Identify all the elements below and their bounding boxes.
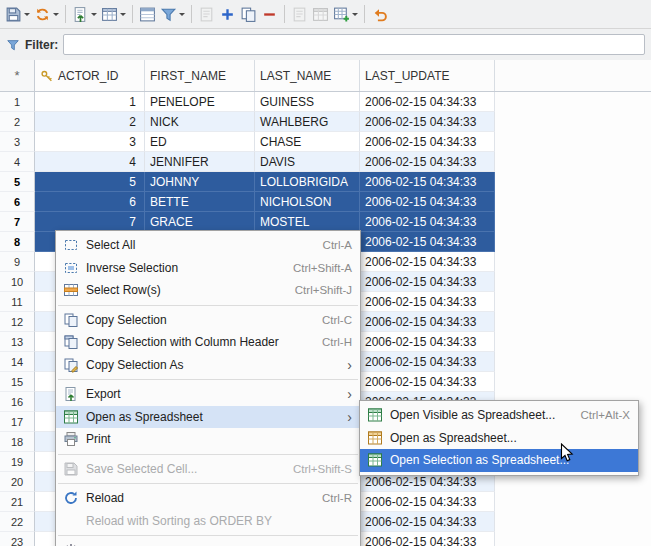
cell-id[interactable]: 4 — [35, 152, 145, 172]
delete-row-button[interactable] — [259, 2, 280, 26]
menu-item-reload[interactable]: ReloadCtrl-R — [56, 487, 360, 510]
table-row[interactable]: 33EDCHASE2006-02-15 04:34:33 — [0, 132, 651, 152]
row-number[interactable]: 11 — [0, 292, 35, 312]
menu-item-inverse-selection[interactable]: Inverse SelectionCtrl+Shift-A — [56, 257, 360, 280]
row-number[interactable]: 10 — [0, 272, 35, 292]
cell-updated[interactable]: 2006-02-15 04:34:33 — [360, 152, 495, 172]
cell-first[interactable]: PENELOPE — [145, 92, 255, 112]
cell-last[interactable]: DAVIS — [255, 152, 360, 172]
row-number[interactable]: 23 — [0, 532, 35, 546]
cell-first[interactable]: NICK — [145, 112, 255, 132]
cell-updated[interactable]: 2006-02-15 04:34:33 — [360, 312, 495, 332]
row-number[interactable]: 22 — [0, 512, 35, 532]
row-number[interactable]: 18 — [0, 432, 35, 452]
cell-id[interactable]: 6 — [35, 192, 145, 212]
cell-updated[interactable]: 2006-02-15 04:34:33 — [360, 352, 495, 372]
cell-updated[interactable]: 2006-02-15 04:34:33 — [360, 112, 495, 132]
cell-first[interactable]: JOHNNY — [145, 172, 255, 192]
row-number[interactable]: 17 — [0, 412, 35, 432]
cell-first[interactable]: GRACE — [145, 212, 255, 232]
cell-updated[interactable]: 2006-02-15 04:34:33 — [360, 532, 495, 546]
grid-view-button[interactable] — [99, 2, 128, 26]
row-number[interactable]: 19 — [0, 452, 35, 472]
row-number[interactable]: 9 — [0, 252, 35, 272]
cell-updated[interactable]: 2006-02-15 04:34:33 — [360, 492, 495, 512]
open-spreadsheet-button[interactable] — [331, 2, 360, 26]
menu-item-print[interactable]: Print — [56, 428, 360, 451]
row-number[interactable]: 6 — [0, 192, 35, 212]
menu-item-copy-selection-as[interactable]: Copy Selection As› — [56, 354, 360, 377]
cell-last[interactable]: WAHLBERG — [255, 112, 360, 132]
cell-updated[interactable]: 2006-02-15 04:34:33 — [360, 252, 495, 272]
cell-updated[interactable]: 2006-02-15 04:34:33 — [360, 272, 495, 292]
row-number[interactable]: 5 — [0, 172, 35, 192]
row-number[interactable]: 12 — [0, 312, 35, 332]
table-row[interactable]: 44JENNIFERDAVIS2006-02-15 04:34:33 — [0, 152, 651, 172]
cell-id[interactable]: 3 — [35, 132, 145, 152]
cell-updated[interactable]: 2006-02-15 04:34:33 — [360, 212, 495, 232]
cell-updated[interactable]: 2006-02-15 04:34:33 — [360, 372, 495, 392]
duplicate-row-button[interactable] — [238, 2, 259, 26]
cell-updated[interactable]: 2006-02-15 04:34:33 — [360, 172, 495, 192]
row-number[interactable]: 20 — [0, 472, 35, 492]
cell-last[interactable]: MOSTEL — [255, 212, 360, 232]
submenu-item-open-as-spreadsheet-file[interactable]: Open as Spreadsheet... — [360, 427, 638, 450]
export-resultset-button[interactable] — [70, 2, 99, 26]
cell-id[interactable]: 5 — [35, 172, 145, 192]
menu-item-select-rows[interactable]: Select Row(s)Ctrl+Shift-J — [56, 279, 360, 302]
cell-updated[interactable]: 2006-02-15 04:34:33 — [360, 92, 495, 112]
cell-updated[interactable]: 2006-02-15 04:34:33 — [360, 512, 495, 532]
menu-item-copy-selection-with-column-header[interactable]: Copy Selection with Column HeaderCtrl-H — [56, 331, 360, 354]
table-row[interactable]: 22NICKWAHLBERG2006-02-15 04:34:33 — [0, 112, 651, 132]
cell-last[interactable]: NICHOLSON — [255, 192, 360, 212]
row-number[interactable]: 4 — [0, 152, 35, 172]
refresh-button[interactable] — [32, 2, 61, 26]
row-number[interactable]: 14 — [0, 352, 35, 372]
column-header-id[interactable]: ACTOR_ID — [35, 60, 145, 91]
menu-item-export[interactable]: Export› — [56, 383, 360, 406]
row-number[interactable]: 15 — [0, 372, 35, 392]
table-row[interactable]: 66BETTENICHOLSON2006-02-15 04:34:33 — [0, 192, 651, 212]
cell-first[interactable]: ED — [145, 132, 255, 152]
row-number[interactable]: 13 — [0, 332, 35, 352]
cell-updated[interactable]: 2006-02-15 04:34:33 — [360, 232, 495, 252]
cell-id[interactable]: 7 — [35, 212, 145, 232]
cell-updated[interactable]: 2006-02-15 04:34:33 — [360, 132, 495, 152]
table-row[interactable]: 55JOHNNYLOLLOBRIGIDA2006-02-15 04:34:33 — [0, 172, 651, 192]
filters-button[interactable] — [158, 2, 187, 26]
panels-button[interactable] — [137, 2, 158, 26]
cell-first[interactable]: BETTE — [145, 192, 255, 212]
menu-item-copy-selection[interactable]: Copy SelectionCtrl-C — [56, 309, 360, 332]
cell-updated[interactable]: 2006-02-15 04:34:33 — [360, 192, 495, 212]
add-row-button[interactable] — [217, 2, 238, 26]
row-number[interactable]: 7 — [0, 212, 35, 232]
row-number[interactable]: 1 — [0, 92, 35, 112]
column-header-last[interactable]: LAST_NAME — [255, 60, 360, 91]
cell-id[interactable]: 1 — [35, 92, 145, 112]
menu-item-open-as-spreadsheet[interactable]: Open as Spreadsheet› — [56, 406, 360, 429]
menu-item-select-all[interactable]: Select AllCtrl-A — [56, 234, 360, 257]
undo-button[interactable] — [369, 2, 390, 26]
cell-id[interactable]: 2 — [35, 112, 145, 132]
cell-updated[interactable]: 2006-02-15 04:34:33 — [360, 292, 495, 312]
menu-item-partial-item[interactable] — [56, 539, 360, 546]
row-number[interactable]: 21 — [0, 492, 35, 512]
cell-updated[interactable]: 2006-02-15 04:34:33 — [360, 332, 495, 352]
submenu-item-open-selection-as-spreadsheet[interactable]: Open Selection as Spreadsheet... — [360, 449, 638, 472]
cell-last[interactable]: LOLLOBRIGIDA — [255, 172, 360, 192]
cell-last[interactable]: CHASE — [255, 132, 360, 152]
cell-last[interactable]: GUINESS — [255, 92, 360, 112]
table-row[interactable]: 77GRACEMOSTEL2006-02-15 04:34:33 — [0, 212, 651, 232]
row-number[interactable]: 3 — [0, 132, 35, 152]
row-number[interactable]: 8 — [0, 232, 35, 252]
row-number[interactable]: 2 — [0, 112, 35, 132]
save-button[interactable] — [3, 2, 32, 26]
grid-corner-cell[interactable]: * — [0, 60, 35, 91]
column-header-updated[interactable]: LAST_UPDATE — [360, 60, 495, 91]
filter-input[interactable] — [63, 34, 645, 55]
cell-first[interactable]: JENNIFER — [145, 152, 255, 172]
table-row[interactable]: 11PENELOPEGUINESS2006-02-15 04:34:33 — [0, 92, 651, 112]
row-number[interactable]: 16 — [0, 392, 35, 412]
submenu-item-open-visible-as-spreadsheet[interactable]: Open Visible as Spreadsheet...Ctrl+Alt-X — [360, 404, 638, 427]
column-header-first[interactable]: FIRST_NAME — [145, 60, 255, 91]
